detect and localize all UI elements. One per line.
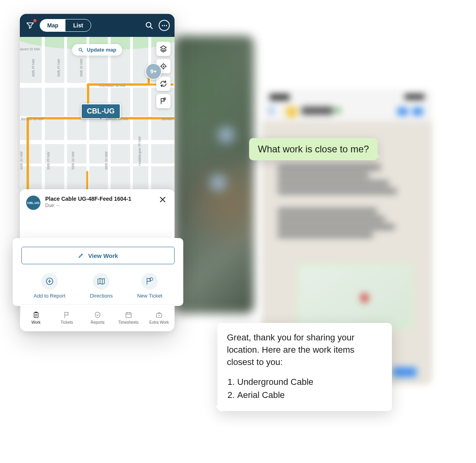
- search-button[interactable]: [144, 20, 155, 31]
- flag-icon: [63, 311, 71, 319]
- filter-notification-dot: [33, 19, 36, 22]
- add-to-report-label: Add to Report: [34, 293, 65, 299]
- task-due: Due: –: [45, 203, 152, 208]
- street-huidekoper: Huidekoper Pl NW: [138, 136, 142, 166]
- street-40-b: 40th St NW: [20, 152, 23, 170]
- add-to-report-button[interactable]: Add to Report: [34, 273, 65, 299]
- close-card-button[interactable]: [157, 196, 168, 206]
- svg-rect-7: [34, 312, 38, 317]
- chat-user-bubble: What work is close to me?: [249, 138, 378, 160]
- svg-rect-9: [126, 313, 131, 318]
- tab-work-label: Work: [31, 320, 40, 325]
- action-panel: View Work Add to Report Directions: [13, 238, 183, 306]
- chat-user-text: What work is close to me?: [258, 144, 369, 154]
- chat-bot-bubble: Great, thank you for sharing your locati…: [217, 323, 392, 411]
- street-benton-c: Benton: [162, 117, 173, 121]
- update-map-label: Update map: [87, 47, 116, 53]
- directions-label: Directions: [90, 293, 113, 299]
- flag-plus-icon: [145, 277, 154, 286]
- segment-map-tab[interactable]: Map: [40, 19, 65, 31]
- new-ticket-button[interactable]: New Ticket: [137, 273, 163, 299]
- chat-bot-intro: Great, thank you for sharing your locati…: [227, 332, 382, 368]
- layers-button[interactable]: [156, 42, 171, 56]
- clipboard-icon: [32, 311, 40, 319]
- chat-bot-item-2: Aerial Cable: [237, 389, 382, 402]
- svg-point-3: [163, 65, 164, 67]
- task-card: CBL-UG Place Cable UG-48F-Feed 1604-1 Du…: [20, 189, 175, 219]
- segment-list-tab[interactable]: List: [65, 19, 91, 31]
- map-icon: [97, 277, 106, 286]
- refresh-button[interactable]: [156, 77, 171, 91]
- street-39pl-b: 39th Pl NW: [46, 152, 50, 170]
- svg-rect-8: [35, 311, 37, 313]
- tab-timesheets-label: Timesheets: [118, 320, 138, 325]
- tab-tickets-label: Tickets: [61, 320, 73, 325]
- view-segment: Map List: [40, 19, 91, 32]
- street-39-a: 39th St NW: [79, 59, 83, 77]
- layers-icon: [159, 45, 167, 53]
- briefcase-icon: [155, 311, 163, 319]
- close-icon: [159, 196, 167, 204]
- chat-bot-list: Underground Cable Aerial Cable: [227, 376, 382, 402]
- tab-timesheets[interactable]: Timesheets: [113, 305, 144, 330]
- tab-reports-label: Reports: [90, 320, 104, 325]
- chat-bot-item-1: Underground Cable: [237, 376, 382, 388]
- tab-work[interactable]: Work: [21, 305, 52, 330]
- street-40pl: 40th Pl NW: [31, 59, 35, 77]
- view-work-label: View Work: [88, 252, 118, 259]
- update-map-button[interactable]: Update map: [72, 44, 122, 56]
- refresh-icon: [159, 80, 167, 88]
- filter-button[interactable]: [25, 20, 36, 31]
- new-ticket-label: New Ticket: [137, 293, 163, 299]
- street-39pl-a: 39th Pl NW: [57, 59, 61, 77]
- plus-circle-icon: [45, 277, 54, 286]
- bottom-tab-bar: Work Tickets Reports Timesheets Extra Wo…: [21, 304, 175, 330]
- task-title: Place Cable UG-48F-Feed 1604-1: [45, 196, 152, 202]
- street-kitchener: Kitchener St NW: [99, 84, 126, 88]
- background-satellite-blur: [175, 36, 254, 313]
- flag-icon: [159, 97, 167, 105]
- task-badge: CBL-UG: [26, 196, 40, 210]
- street-38: 38th St NW: [104, 152, 108, 170]
- cluster-marker[interactable]: 9+: [145, 63, 162, 80]
- svg-point-0: [146, 23, 151, 27]
- calendar-icon: [125, 311, 132, 319]
- directions-button[interactable]: Directions: [90, 273, 113, 299]
- tab-extra-work[interactable]: Extra Work: [144, 305, 175, 330]
- tab-tickets[interactable]: Tickets: [52, 305, 83, 330]
- street-alvert: alvert St NW: [20, 47, 40, 51]
- view-work-button[interactable]: View Work: [21, 247, 175, 264]
- map-view[interactable]: Update map: [20, 37, 175, 219]
- pencil-icon: [78, 252, 84, 259]
- street-benton-b: Benton St NW: [106, 117, 128, 121]
- tab-reports[interactable]: Reports: [82, 305, 113, 330]
- street-39-b: 39th St NW: [71, 152, 75, 170]
- app-header: Map List: [20, 14, 175, 37]
- tab-extra-label: Extra Work: [150, 320, 169, 325]
- flag-button[interactable]: [156, 94, 171, 108]
- search-icon: [78, 47, 84, 53]
- street-benton-a: Benton St NW: [21, 117, 44, 121]
- more-menu-button[interactable]: [159, 20, 170, 31]
- shield-icon: [94, 311, 102, 319]
